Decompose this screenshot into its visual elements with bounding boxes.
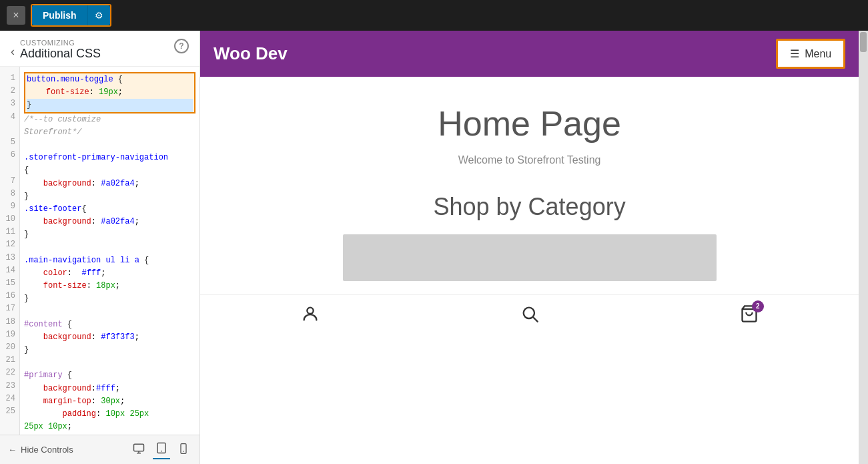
desktop-view-button[interactable]: [130, 441, 147, 459]
customizing-label: Customizing: [20, 39, 101, 47]
page-heading: Home Page: [213, 103, 845, 144]
panel-header-text: Customizing Additional CSS: [20, 39, 101, 61]
back-arrow-icon[interactable]: ‹: [11, 45, 15, 57]
code-line: padding: 10px 25px: [24, 408, 195, 421]
publish-settings-button[interactable]: ⚙: [87, 5, 110, 25]
publish-group: Publish ⚙: [31, 4, 111, 27]
mobile-view-button[interactable]: [175, 441, 191, 459]
panel-header: ‹ Customizing Additional CSS ?: [0, 31, 199, 67]
woo-header: Woo Dev ☰ Menu: [200, 31, 859, 77]
code-line: background: #a02fa4;: [24, 178, 195, 190]
code-line: color: #fff;: [24, 267, 195, 280]
code-line: background:#fff;: [24, 383, 195, 395]
search-button[interactable]: [518, 302, 542, 326]
code-line: font-size: 19px;: [27, 86, 193, 99]
code-line: button.menu-toggle {: [27, 73, 193, 86]
cart-count-badge: 2: [752, 300, 764, 312]
preview-content: Home Page Welcome to Storefront Testing …: [200, 77, 859, 294]
panel-bottom: ← Hide Controls: [0, 435, 199, 464]
woo-site-title: Woo Dev: [213, 43, 288, 64]
svg-line-9: [533, 317, 537, 321]
right-preview: Woo Dev ☰ Menu Home Page Welcome to Stor…: [200, 31, 868, 464]
cart-button[interactable]: 2: [737, 302, 761, 326]
menu-toggle-button[interactable]: ☰ Menu: [778, 41, 843, 67]
main-area: ‹ Customizing Additional CSS ? 1 2 3 4 5…: [0, 31, 868, 464]
panel-header-left: ‹ Customizing Additional CSS: [11, 39, 101, 61]
help-button[interactable]: ?: [174, 39, 189, 53]
code-line: background: #a02fa4;: [24, 216, 195, 228]
code-line: }: [24, 228, 195, 241]
line-numbers: 1 2 3 4 5 6 7 8 9 10 11 12 13 14 15: [0, 67, 20, 435]
code-line: [24, 139, 195, 152]
preview-bottom-bar: 2: [200, 294, 859, 332]
code-line: 25px 10px;: [24, 421, 195, 433]
code-line: }: [24, 292, 195, 305]
svg-rect-5: [181, 443, 186, 453]
category-block: [343, 234, 717, 281]
code-line: .site-footer{: [24, 203, 195, 216]
preview-scrollbar[interactable]: [859, 31, 868, 464]
code-line: .storefront-primary-navigation: [24, 152, 195, 164]
code-line: font-size: 18px;: [24, 280, 195, 292]
hide-controls-label: Hide Controls: [21, 445, 73, 455]
code-line: #content {: [24, 318, 195, 331]
code-line: [24, 305, 195, 318]
hide-controls-icon: ←: [8, 445, 17, 455]
menu-label: Menu: [805, 48, 831, 60]
code-line: [24, 357, 195, 369]
code-line: .main-navigation ul li a {: [24, 254, 195, 267]
code-line: Storefront*/: [24, 126, 195, 139]
code-line: margin-top: 30px;: [24, 395, 195, 408]
code-line: }: [24, 190, 195, 203]
code-editor-inner[interactable]: 1 2 3 4 5 6 7 8 9 10 11 12 13 14 15: [0, 67, 199, 435]
close-button[interactable]: ×: [7, 6, 25, 25]
top-bar: × Publish ⚙: [0, 0, 868, 31]
code-line: background: #f3f3f3;: [24, 331, 195, 344]
code-line: {: [24, 164, 195, 177]
view-controls: [130, 441, 191, 459]
section-title: Shop by Category: [213, 193, 845, 221]
code-content[interactable]: button.menu-toggle { font-size: 19px; } …: [20, 67, 199, 435]
svg-rect-0: [134, 444, 144, 451]
tablet-view-button[interactable]: [153, 441, 170, 459]
panel-title: Additional CSS: [20, 47, 101, 61]
code-line: /*--to customize: [24, 113, 195, 126]
hide-controls-button[interactable]: ← Hide Controls: [8, 445, 73, 455]
preview-inner: Woo Dev ☰ Menu Home Page Welcome to Stor…: [200, 31, 859, 464]
code-line: }: [27, 99, 193, 111]
menu-button-wrapper: ☰ Menu: [776, 39, 845, 69]
code-editor[interactable]: 1 2 3 4 5 6 7 8 9 10 11 12 13 14 15: [0, 67, 199, 435]
svg-point-7: [307, 307, 313, 313]
scrollbar-thumb: [860, 32, 867, 52]
code-line: #primary {: [24, 369, 195, 382]
code-line: }: [24, 344, 195, 357]
hamburger-icon: ☰: [790, 47, 799, 60]
page-subtext: Welcome to Storefront Testing: [213, 154, 845, 166]
account-button[interactable]: [298, 302, 322, 326]
preview-right-content: Woo Dev ☰ Menu Home Page Welcome to Stor…: [200, 31, 868, 464]
publish-button[interactable]: Publish: [32, 5, 87, 25]
code-line: [24, 241, 195, 254]
left-panel: ‹ Customizing Additional CSS ? 1 2 3 4 5…: [0, 31, 200, 464]
